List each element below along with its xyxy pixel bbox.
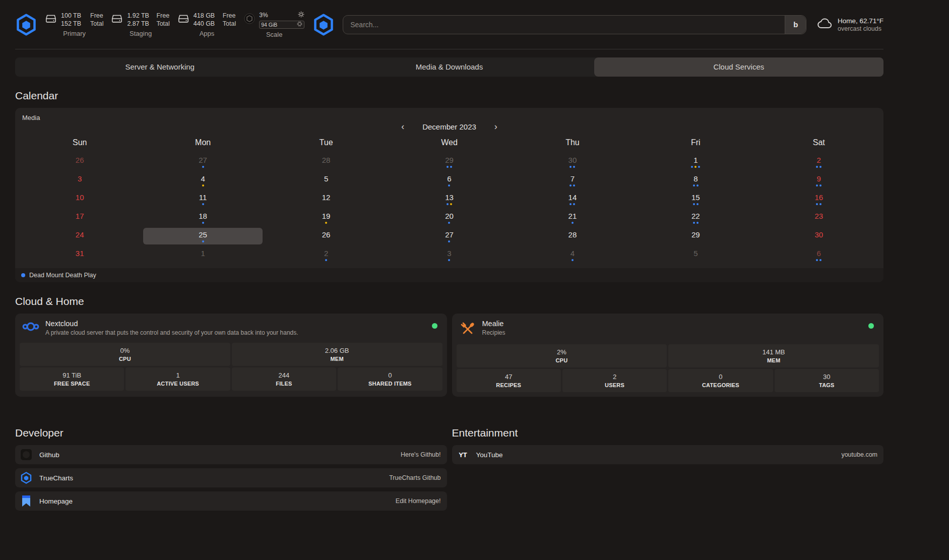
calendar-day-12[interactable]: 12 (265, 190, 388, 208)
event-dot (202, 166, 204, 168)
event-dot (816, 166, 818, 168)
scale-meters: 3% 94 GiB (259, 11, 304, 29)
calendar-day-11[interactable]: 11 (141, 190, 264, 208)
truecharts-logo-icon[interactable] (15, 14, 37, 36)
calendar-day-6[interactable]: 6 (388, 171, 511, 190)
day-number: 1 (201, 249, 205, 258)
calendar-day-31[interactable]: 31 (18, 245, 141, 264)
legend-label: Dead Mount Death Play (29, 272, 96, 279)
calendar-day-4[interactable]: 4 (511, 245, 634, 264)
resource-unit: Free (90, 12, 103, 20)
event-dots (693, 203, 699, 205)
day-number: 24 (76, 230, 84, 239)
calendar-day-inner: 1 (143, 246, 262, 263)
resource-row: 418 GBFree (194, 12, 236, 20)
calendar-day-14[interactable]: 14 (511, 190, 634, 208)
calendar-day-inner: 10 (20, 191, 139, 207)
calendar-day-26[interactable]: 26 (265, 227, 388, 245)
calendar-day-13[interactable]: 13 (388, 190, 511, 208)
event-dots (448, 184, 450, 186)
calendar-day-3[interactable]: 3 (18, 171, 141, 190)
calendar-day-5[interactable]: 5 (265, 171, 388, 190)
service-name: Nextcloud (45, 320, 298, 328)
tab-media-downloads[interactable]: Media & Downloads (304, 57, 594, 77)
day-number: 6 (447, 174, 451, 183)
prev-month-button[interactable]: ‹ (398, 121, 407, 132)
calendar-day-5[interactable]: 5 (634, 245, 757, 264)
calendar-day-28[interactable]: 28 (265, 152, 388, 171)
service-header-mealie[interactable]: Mealie Recipies (457, 318, 879, 343)
calendar-day-27[interactable]: 27 (141, 152, 264, 171)
stat-value: 2% (557, 348, 566, 356)
day-name-mon: Mon (141, 135, 264, 152)
resource-value: 440 GB (194, 20, 218, 28)
calendar-day-3[interactable]: 3 (388, 245, 511, 264)
resource-label: Apps (200, 30, 215, 37)
tab-cloud-services[interactable]: Cloud Services (594, 57, 883, 77)
event-dots (816, 203, 821, 205)
calendar-day-29[interactable]: 29 (388, 152, 511, 171)
event-dot (447, 203, 449, 205)
disk-icon (178, 13, 189, 26)
calendar-day-4[interactable]: 4 (141, 171, 264, 190)
calendar-day-inner: 31 (20, 246, 139, 263)
next-month-button[interactable]: › (491, 121, 500, 132)
event-dots (202, 203, 204, 205)
tab-server-networking[interactable]: Server & Networking (15, 57, 304, 77)
search-provider-button[interactable]: b (785, 16, 806, 34)
event-dot (448, 259, 450, 261)
calendar-day-2[interactable]: 2 (757, 152, 880, 171)
stat-value: 0% (120, 347, 130, 354)
truecharts-logo-icon[interactable] (312, 14, 335, 36)
stat-free-space: 91 TiBFREE SPACE (20, 367, 124, 391)
search-input[interactable] (343, 21, 785, 29)
calendar-day-30[interactable]: 30 (757, 227, 880, 245)
gear-icon[interactable] (298, 11, 304, 19)
calendar-day-22[interactable]: 22 (634, 208, 757, 227)
weather-widget[interactable]: Home, 62.71°F overcast clouds (816, 16, 883, 34)
calendar-day-10[interactable]: 10 (18, 190, 141, 208)
resource-unit: Free (156, 12, 169, 20)
calendar-day-9[interactable]: 9 (757, 171, 880, 190)
calendar-day-16[interactable]: 16 (757, 190, 880, 208)
day-number: 26 (322, 230, 331, 239)
stat-label: CATEGORIES (702, 382, 739, 388)
bookmark-github[interactable]: Github Here's Github! (15, 445, 447, 464)
calendar-day-15[interactable]: 15 (634, 190, 757, 208)
calendar-day-1[interactable]: 1 (634, 152, 757, 171)
service-header-nextcloud[interactable]: Nextcloud A private cloud server that pu… (20, 318, 442, 341)
truenas-scale-widget: 3% 94 GiB Scale (244, 11, 304, 38)
day-number: 27 (445, 230, 454, 239)
event-dot (572, 222, 574, 224)
calendar-day-28[interactable]: 28 (511, 227, 634, 245)
calendar-day-8[interactable]: 8 (634, 171, 757, 190)
calendar-day-18[interactable]: 18 (141, 208, 264, 227)
bookmark-youtube[interactable]: YT YouTube youtube.com (452, 445, 884, 464)
calendar-day-30[interactable]: 30 (511, 152, 634, 171)
calendar-grid: 2627282930123456789101112131415161718192… (15, 152, 883, 264)
calendar-day-inner: 20 (390, 209, 509, 226)
bookmark-name: Github (39, 451, 59, 459)
event-dots (816, 184, 821, 186)
calendar-day-27[interactable]: 27 (388, 227, 511, 245)
calendar-day-7[interactable]: 7 (511, 171, 634, 190)
calendar-day-1[interactable]: 1 (141, 245, 264, 264)
calendar-day-23[interactable]: 23 (757, 208, 880, 227)
bookmark-truecharts[interactable]: TrueCharts TrueCharts Github (15, 468, 447, 487)
calendar-day-20[interactable]: 20 (388, 208, 511, 227)
resource-label: Primary (63, 30, 86, 37)
calendar-day-19[interactable]: 19 (265, 208, 388, 227)
event-dot (693, 184, 695, 186)
calendar-day-17[interactable]: 17 (18, 208, 141, 227)
bookmark-homepage[interactable]: Homepage Edit Homepage! (15, 491, 447, 511)
calendar-day-21[interactable]: 21 (511, 208, 634, 227)
event-dot (816, 259, 818, 261)
stat-value: 47 (505, 373, 512, 381)
calendar-day-26[interactable]: 26 (18, 152, 141, 171)
event-dot (694, 166, 697, 168)
calendar-day-6[interactable]: 6 (757, 245, 880, 264)
calendar-day-29[interactable]: 29 (634, 227, 757, 245)
calendar-day-24[interactable]: 24 (18, 227, 141, 245)
calendar-day-25[interactable]: 25 (141, 227, 264, 245)
calendar-day-2[interactable]: 2 (265, 245, 388, 264)
